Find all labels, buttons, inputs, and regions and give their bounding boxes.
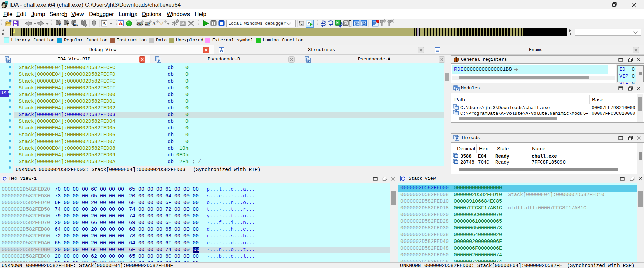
svg-text:T: T (67, 23, 69, 27)
svg-text:101: 101 (74, 23, 78, 26)
svg-text:‘s’: ‘s’ (159, 21, 164, 26)
svg-text:C: C (308, 22, 310, 25)
svg-text:Local Windows debugger: Local Windows debugger (228, 21, 286, 26)
svg-text:A: A (102, 21, 106, 26)
svg-text:C: C (301, 22, 303, 25)
svg-text:A: A (152, 21, 156, 26)
svg-text:CODE: CODE (137, 23, 143, 25)
svg-text:#: # (59, 23, 61, 27)
svg-text:DATA: DATA (145, 23, 150, 25)
